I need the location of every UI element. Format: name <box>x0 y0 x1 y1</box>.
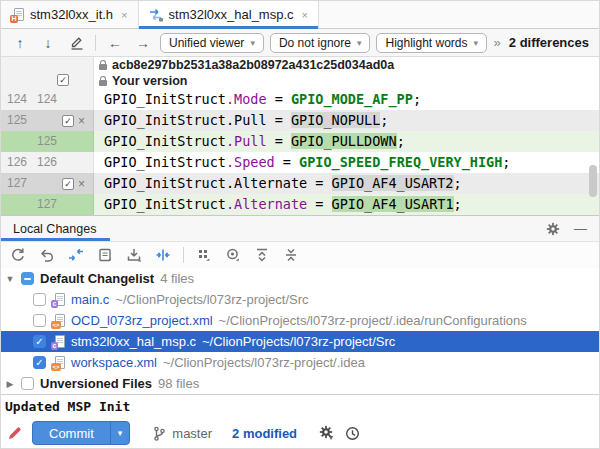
code-segment: = <box>267 133 291 149</box>
edit-commit-message-icon[interactable] <box>7 426 22 441</box>
collapse-all-icon[interactable] <box>280 245 302 265</box>
expanded-arrow-icon[interactable]: ▼ <box>5 274 15 284</box>
chevron-down-icon: ▾ <box>474 38 479 48</box>
changelist-file-row[interactable]: ✓cstm32l0xx_hal_msp.c~/ClionProjects/l07… <box>1 331 599 352</box>
code-segment: GPIO_AF4_USART2 <box>332 175 454 191</box>
changelist-file-row[interactable]: cmain.c~/ClionProjects/l073rz-project/Sr… <box>1 289 599 310</box>
file-name: stm32l0xx_hal_msp.c <box>71 334 196 349</box>
diff-gutter: 124124 <box>1 89 94 110</box>
jump-to-source-icon[interactable] <box>65 33 87 53</box>
code-segment: GPIO_AF4_USART1 <box>332 196 454 212</box>
file-checkbox[interactable]: ✓ <box>33 335 46 348</box>
line-number: 125 <box>37 131 57 152</box>
file-path: ~/ClionProjects/l073rz-project/.idea <box>163 355 365 370</box>
commit-options-caret[interactable]: ▾ <box>110 422 130 444</box>
changelist-label: Default Changelist <box>40 271 154 286</box>
lock-icon <box>99 80 107 86</box>
revision-hash: acb8e297bb2531a38a2b08972a431c25d034ad0a <box>112 58 394 72</box>
highlight-mode-select[interactable]: Highlight words ▾ <box>376 33 487 53</box>
rollback-icon[interactable] <box>36 245 58 265</box>
diff-row[interactable]: 124124GPIO_InitStruct.Mode = GPIO_MODE_A… <box>1 89 599 110</box>
back-icon[interactable]: ← <box>104 33 126 53</box>
differences-count: 2 differences <box>509 35 591 50</box>
exclude-hunk-icon[interactable]: × <box>78 115 85 127</box>
diff-row[interactable]: 127GPIO_InitStruct.Alternate = GPIO_AF4_… <box>1 194 599 215</box>
chevron-down-icon: ▾ <box>357 38 362 48</box>
tab-label: stm32l0xx_hal_msp.c <box>169 7 294 22</box>
git-branch-icon <box>152 426 166 441</box>
unshelve-icon[interactable] <box>152 245 174 265</box>
unversioned-files-row[interactable]: ▶ Unversioned Files 98 files <box>1 373 599 394</box>
commit-button[interactable]: Commit ▾ <box>32 421 130 445</box>
expand-all-icon[interactable] <box>251 245 273 265</box>
file-path: ~/ClionProjects/l073rz-project/Src <box>115 292 308 307</box>
gear-icon[interactable]: ▾ <box>319 425 333 442</box>
code-segment: ; <box>397 133 405 149</box>
diff-toolbar: ↑ ↓ ← → Unified viewer ▾ Do not ignore ▾… <box>1 29 599 57</box>
line-number: 127 <box>7 173 27 194</box>
changelist-checkbox[interactable] <box>21 272 34 285</box>
line-number: 124 <box>7 89 27 110</box>
changelist-row[interactable]: ▼ Default Changelist 4 files <box>1 268 599 289</box>
code-line: GPIO_InitStruct.Pull = GPIO_PULLDOWN; <box>94 131 599 152</box>
code-segment: ; <box>380 112 388 128</box>
code-segment: .Mode <box>226 91 267 107</box>
file-checkbox[interactable] <box>33 314 46 327</box>
file-checkbox[interactable] <box>33 293 46 306</box>
include-hunk-checkbox[interactable]: ✓ <box>62 115 74 127</box>
diff-row[interactable]: 126126GPIO_InitStruct.Speed = GPIO_SPEED… <box>1 152 599 173</box>
tab-stm32l0xx-it-h[interactable]: H stm32l0xx_it.h × <box>1 1 139 28</box>
revision-header-row: acb8e297bb2531a38a2b08972a431c25d034ad0a <box>1 57 599 73</box>
collapsed-arrow-icon[interactable]: ▶ <box>5 379 15 389</box>
refresh-icon[interactable] <box>7 245 29 265</box>
preview-diff-icon[interactable] <box>222 245 244 265</box>
code-segment: .Alternate <box>226 196 307 212</box>
tab-local-changes[interactable]: Local Changes <box>1 216 110 241</box>
forward-icon[interactable]: → <box>132 33 154 53</box>
gear-icon[interactable] <box>546 222 560 236</box>
shelve-icon[interactable] <box>123 245 145 265</box>
commit-message-field[interactable]: Updated MSP Init <box>1 394 599 418</box>
previous-difference-icon[interactable]: ↑ <box>9 33 31 53</box>
viewer-mode-select[interactable]: Unified viewer ▾ <box>160 33 264 53</box>
diff-row[interactable]: 125GPIO_InitStruct.Pull = GPIO_PULLDOWN; <box>1 131 599 152</box>
file-path: ~/ClionProjects/l073rz-project/Src <box>202 334 395 349</box>
changelist-details-icon[interactable] <box>94 245 116 265</box>
exclude-hunk-icon[interactable]: × <box>78 178 85 190</box>
close-tab-icon[interactable]: × <box>302 9 308 21</box>
tab-label: stm32l0xx_it.h <box>30 7 113 22</box>
include-hunk-checkbox[interactable]: ✓ <box>62 178 74 190</box>
diff-row[interactable]: 125✓×GPIO_InitStruct.Pull = GPIO_NOPULL; <box>1 110 599 131</box>
chevron-down-icon: ▾ <box>250 38 255 48</box>
modified-files-link[interactable]: 2 modified <box>232 426 297 441</box>
file-checkbox[interactable]: ✓ <box>33 356 46 369</box>
code-segment: = <box>275 154 299 170</box>
code-segment: .Speed <box>226 154 275 170</box>
code-line: GPIO_InitStruct.Alternate = GPIO_AF4_USA… <box>94 173 599 194</box>
show-diff-icon[interactable] <box>65 245 87 265</box>
branch-name[interactable]: master <box>172 426 212 441</box>
tab-stm32l0xx-hal-msp-c[interactable]: stm32l0xx_hal_msp.c × <box>139 1 319 28</box>
local-changes-tab-bar: Local Changes — <box>1 215 599 242</box>
code-segment: GPIO_MODE_AF_PP <box>291 91 413 107</box>
vertical-scrollbar-thumb[interactable] <box>589 165 597 197</box>
unversioned-checkbox[interactable] <box>21 377 34 390</box>
changelist-file-row[interactable]: ✓<>workspace.xml~/ClionProjects/l073rz-p… <box>1 352 599 373</box>
diff-row[interactable]: 127✓×GPIO_InitStruct.Alternate = GPIO_AF… <box>1 173 599 194</box>
group-by-icon[interactable] <box>193 245 215 265</box>
hide-panel-icon[interactable]: — <box>574 221 587 236</box>
whitespace-ignore-select[interactable]: Do not ignore ▾ <box>270 33 371 53</box>
toolbar-overflow-chevron[interactable]: » <box>494 35 501 50</box>
header-file-icon: H <box>11 8 24 22</box>
code-segment: ; <box>454 196 462 212</box>
code-segment: = <box>267 91 291 107</box>
code-segment: GPIO_SPEED_FREQ_VERY_HIGH <box>299 154 502 170</box>
code-segment: = <box>307 196 331 212</box>
history-icon[interactable] <box>345 426 360 441</box>
close-tab-icon[interactable]: × <box>121 9 127 21</box>
code-segment: ; <box>502 154 510 170</box>
next-difference-icon[interactable]: ↓ <box>37 33 59 53</box>
changelist-file-row[interactable]: <>OCD_l073rz_project.xml~/ClionProjects/… <box>1 310 599 331</box>
include-all-checkbox[interactable]: ✓ <box>57 74 69 86</box>
diff-gutter: 126126 <box>1 152 94 173</box>
